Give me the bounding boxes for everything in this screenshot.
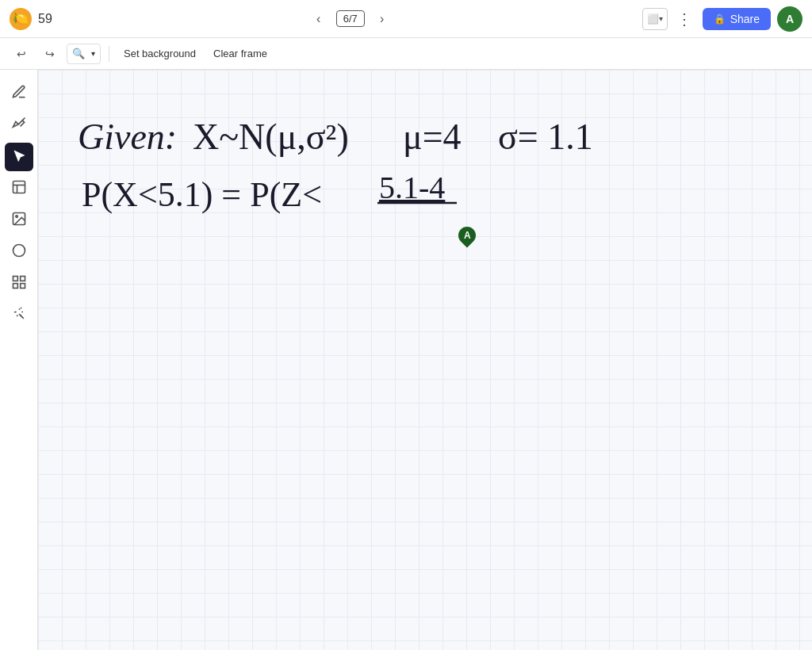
page-indicator[interactable]: 6/7 [336, 10, 365, 27]
svg-rect-8 [20, 276, 25, 281]
prev-page-button[interactable]: ‹ [308, 8, 330, 30]
undo-button[interactable]: ↩ [10, 43, 33, 65]
select-icon [12, 148, 26, 166]
logo-emoji: 🍋 [13, 11, 29, 26]
clear-frame-button[interactable]: Clear frame [207, 44, 274, 63]
toolbar: ↩ ↪ 🔍 ▾ Set background Clear frame [0, 38, 812, 70]
nav-center: ‹ 6/7 › [65, 8, 636, 30]
redo-icon: ↪ [45, 48, 55, 60]
note-tool-button[interactable] [5, 174, 33, 203]
screen-dropdown-arrow: ▾ [659, 14, 663, 23]
marker-icon [11, 116, 27, 136]
frame-tool-button[interactable] [5, 270, 33, 298]
note-icon [11, 179, 27, 199]
canvas-content-svg: .hw { font-family: 'Segoe UI', Georgia, … [38, 70, 812, 650]
next-page-button[interactable]: › [371, 8, 393, 30]
magic-icon [11, 306, 27, 326]
svg-text:μ=4: μ=4 [403, 117, 462, 157]
svg-text:σ= 1.1: σ= 1.1 [498, 117, 593, 157]
image-tool-button[interactable] [5, 206, 33, 235]
undo-icon: ↩ [17, 48, 26, 60]
main-area: .hw { font-family: 'Segoe UI', Georgia, … [0, 70, 812, 650]
share-button[interactable]: 🔒 Share [703, 8, 771, 30]
shape-tool-button[interactable] [5, 238, 33, 266]
svg-point-6 [13, 244, 25, 256]
select-tool-button[interactable] [5, 143, 33, 171]
zoom-dropdown-arrow: ▾ [91, 49, 95, 58]
image-icon [11, 211, 27, 231]
screen-icon: ⬜ [647, 13, 659, 25]
svg-line-0 [22, 117, 25, 120]
cursor-avatar-letter: A [464, 230, 471, 241]
svg-rect-10 [13, 283, 17, 288]
pen-tool-button[interactable] [5, 79, 33, 108]
svg-point-5 [15, 215, 17, 217]
lock-icon: 🔒 [714, 13, 726, 25]
tool-panel [0, 70, 38, 650]
magic-tool-button[interactable] [5, 301, 33, 330]
nav-right-controls: ⬜ ▾ ⋮ 🔒 Share A [642, 6, 802, 32]
user-avatar[interactable]: A [777, 6, 802, 32]
set-background-button[interactable]: Set background [117, 44, 202, 63]
document-title: 59 [38, 12, 52, 26]
svg-text:Given:: Given: [78, 117, 177, 157]
collaborator-cursor: A [458, 227, 476, 244]
svg-text:5.1-4: 5.1-4 [379, 170, 445, 205]
app-logo: 🍋 [10, 8, 32, 30]
zoom-icon: 🔍 [72, 48, 85, 59]
svg-text:X~N(μ,σ²): X~N(μ,σ²) [193, 117, 349, 157]
zoom-control[interactable]: 🔍 ▾ [67, 44, 101, 64]
cursor-dot: A [454, 223, 479, 247]
svg-rect-1 [13, 181, 25, 193]
canvas-area[interactable]: .hw { font-family: 'Segoe UI', Georgia, … [38, 70, 812, 650]
marker-tool-button[interactable] [5, 111, 33, 140]
svg-rect-9 [20, 283, 25, 288]
more-icon: ⋮ [676, 10, 693, 29]
svg-text:P(X<5.1) = P(Z<: P(X<5.1) = P(Z< [82, 175, 322, 214]
toolbar-divider [109, 46, 109, 62]
share-label: Share [730, 13, 760, 25]
more-options-button[interactable]: ⋮ [674, 8, 696, 30]
redo-button[interactable]: ↪ [38, 43, 62, 65]
frame-icon [11, 274, 27, 294]
shape-icon [11, 243, 27, 262]
pen-icon [11, 84, 27, 104]
svg-rect-7 [13, 276, 17, 281]
screen-button[interactable]: ⬜ ▾ [642, 8, 668, 30]
navbar: 🍋 59 ‹ 6/7 › ⬜ ▾ ⋮ 🔒 Share A [0, 0, 812, 38]
avatar-letter: A [786, 13, 794, 25]
